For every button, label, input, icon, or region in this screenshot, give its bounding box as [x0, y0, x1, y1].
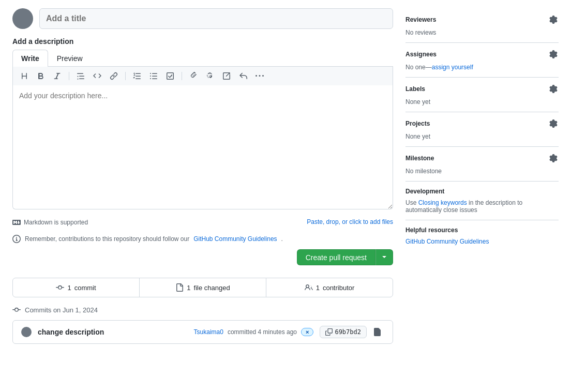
reviewers-gear[interactable]: [548, 14, 559, 25]
create-pr-button[interactable]: Create pull request: [297, 249, 375, 265]
projects-header: Projects: [405, 118, 559, 129]
milestone-gear[interactable]: [548, 153, 559, 163]
contributors-stat: 1 contributor: [266, 278, 393, 297]
guidelines-link[interactable]: GitHub Community Guidelines: [193, 235, 277, 243]
milestone-value: No milestone: [405, 168, 559, 175]
milestone-title: Milestone: [405, 155, 434, 162]
development-value: Use Closing keywords in the description …: [405, 199, 559, 214]
submit-row: Create pull request: [12, 249, 393, 265]
title-input[interactable]: change description: [39, 8, 393, 29]
toolbar-sep-2: [125, 72, 126, 80]
description-toolbar: [12, 67, 393, 85]
assignees-gear[interactable]: [548, 49, 559, 59]
reviewers-value: No reviews: [405, 29, 559, 36]
info-bar: Remember, contributions to this reposito…: [12, 235, 393, 243]
commits-stat: 1 commit: [13, 278, 140, 297]
assign-yourself-link[interactable]: assign yourself: [432, 64, 473, 71]
contributor-count: 1: [316, 284, 320, 292]
contributor-label: contributor: [323, 284, 354, 292]
more-btn[interactable]: [252, 70, 267, 82]
projects-gear[interactable]: [548, 118, 559, 129]
commits-section: Commits on Jun 1, 2024 change descriptio…: [12, 306, 393, 344]
markdown-hint-text: Markdown is supported: [24, 219, 88, 226]
labels-value: None yet: [405, 98, 559, 105]
markdown-hint: Markdown is supported: [12, 218, 88, 227]
write-tab[interactable]: Write: [12, 50, 48, 67]
helpful-resources-section: Helpful resources GitHub Community Guide…: [405, 220, 559, 251]
labels-gear[interactable]: [548, 84, 559, 94]
labels-header: Labels: [405, 84, 559, 94]
code-btn[interactable]: [90, 70, 104, 82]
files-stat: 1 file changed: [140, 278, 266, 297]
commit-actions: 69b7bd2: [320, 326, 384, 338]
browse-files-btn[interactable]: [370, 326, 384, 338]
reply-btn[interactable]: [236, 70, 250, 82]
assignees-section: Assignees No one—assign yourself: [405, 43, 559, 78]
development-title: Development: [405, 188, 444, 195]
commit-count: 1: [67, 284, 71, 292]
description-tab-bar: Write Preview: [12, 50, 393, 67]
create-pr-dropdown-button[interactable]: [375, 249, 393, 265]
preview-tab[interactable]: Preview: [48, 50, 92, 67]
projects-section: Projects None yet: [405, 112, 559, 147]
development-section: Development Use Closing keywords in the …: [405, 182, 559, 220]
description-label: Add a description: [12, 37, 393, 46]
community-guidelines-link[interactable]: GitHub Community Guidelines: [405, 238, 559, 245]
projects-title: Projects: [405, 120, 430, 127]
user-avatar: [12, 8, 33, 29]
stats-bar: 1 commit 1 file changed 1 contributor: [12, 278, 393, 297]
reviewers-header: Reviewers: [405, 14, 559, 25]
helpful-title: Helpful resources: [405, 227, 559, 234]
verified-badge[interactable]: ×: [301, 328, 313, 336]
commit-sha: 69b7bd2: [335, 328, 361, 336]
labels-section: Labels None yet: [405, 78, 559, 112]
milestone-header: Milestone: [405, 153, 559, 163]
commit-avatar: [21, 327, 32, 337]
cross-ref-btn[interactable]: [219, 70, 234, 82]
assignees-title: Assignees: [405, 51, 437, 58]
commit-meta: Tsukaima0 committed 4 minutes ago ×: [194, 328, 314, 336]
assignees-value: No one—assign yourself: [405, 64, 559, 71]
link-btn[interactable]: [107, 70, 121, 82]
quote-btn[interactable]: [73, 70, 88, 82]
assignees-header: Assignees: [405, 49, 559, 59]
unordered-list-btn[interactable]: [146, 70, 161, 82]
projects-value: None yet: [405, 133, 559, 140]
copy-sha-btn[interactable]: 69b7bd2: [320, 326, 367, 338]
mention-btn[interactable]: [203, 70, 217, 82]
italic-btn[interactable]: [50, 70, 65, 82]
file-label: file changed: [194, 284, 230, 292]
task-list-btn[interactable]: [163, 70, 177, 82]
development-header: Development: [405, 188, 559, 195]
sidebar: Reviewers No reviews Assignees: [405, 8, 559, 352]
commit-time: committed 4 minutes ago: [228, 328, 297, 336]
toolbar-sep-3: [182, 72, 182, 80]
toolbar-sep-1: [69, 72, 69, 80]
commits-date-header: Commits on Jun 1, 2024: [12, 306, 393, 314]
reviewers-section: Reviewers No reviews: [405, 8, 559, 43]
file-drop-hint[interactable]: Paste, drop, or click to add files: [307, 218, 393, 227]
commits-date: Commits on Jun 1, 2024: [25, 306, 98, 314]
description-textarea[interactable]: [12, 85, 393, 209]
ordered-list-btn[interactable]: [130, 70, 144, 82]
commit-title: change description: [38, 328, 188, 336]
attach-btn[interactable]: [186, 70, 201, 82]
bold-btn[interactable]: [34, 70, 48, 82]
milestone-section: Milestone No milestone: [405, 147, 559, 182]
info-text: Remember, contributions to this reposito…: [25, 235, 189, 243]
reviewers-title: Reviewers: [405, 16, 436, 23]
commit-label: commit: [74, 284, 96, 292]
commit-author[interactable]: Tsukaima0: [194, 328, 223, 336]
heading-btn[interactable]: [17, 70, 32, 82]
labels-title: Labels: [405, 85, 425, 93]
commit-row: change description Tsukaima0 committed 4…: [12, 320, 393, 344]
file-count: 1: [187, 284, 190, 292]
closing-keywords-link[interactable]: Closing keywords: [418, 199, 467, 206]
